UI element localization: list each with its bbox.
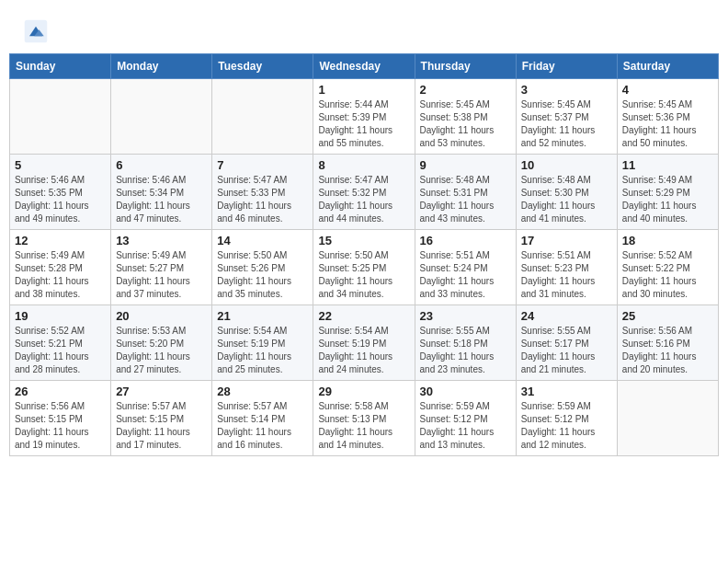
weekday-header: Friday bbox=[516, 54, 617, 79]
calendar-cell: 29Sunrise: 5:58 AM Sunset: 5:13 PM Dayli… bbox=[313, 381, 415, 456]
calendar-cell: 27Sunrise: 5:57 AM Sunset: 5:15 PM Dayli… bbox=[111, 381, 212, 456]
day-info: Sunrise: 5:49 AM Sunset: 5:27 PM Dayligh… bbox=[116, 249, 207, 301]
weekday-header: Tuesday bbox=[212, 54, 313, 79]
day-info: Sunrise: 5:57 AM Sunset: 5:14 PM Dayligh… bbox=[217, 400, 308, 452]
calendar-cell: 12Sunrise: 5:49 AM Sunset: 5:28 PM Dayli… bbox=[10, 230, 111, 305]
day-info: Sunrise: 5:55 AM Sunset: 5:17 PM Dayligh… bbox=[521, 325, 612, 376]
calendar-cell: 17Sunrise: 5:51 AM Sunset: 5:23 PM Dayli… bbox=[516, 230, 617, 305]
day-number: 17 bbox=[521, 234, 612, 247]
day-info: Sunrise: 5:48 AM Sunset: 5:30 PM Dayligh… bbox=[521, 174, 612, 225]
day-info: Sunrise: 5:57 AM Sunset: 5:15 PM Dayligh… bbox=[116, 400, 207, 452]
day-info: Sunrise: 5:54 AM Sunset: 5:19 PM Dayligh… bbox=[217, 325, 308, 376]
calendar-cell: 5Sunrise: 5:46 AM Sunset: 5:35 PM Daylig… bbox=[10, 155, 111, 230]
day-number: 23 bbox=[420, 309, 511, 323]
calendar-cell: 13Sunrise: 5:49 AM Sunset: 5:27 PM Dayli… bbox=[111, 230, 212, 305]
day-number: 5 bbox=[15, 158, 106, 172]
day-info: Sunrise: 5:50 AM Sunset: 5:25 PM Dayligh… bbox=[318, 249, 409, 301]
weekday-header: Sunday bbox=[10, 54, 111, 79]
day-info: Sunrise: 5:53 AM Sunset: 5:20 PM Dayligh… bbox=[116, 325, 207, 376]
calendar-cell: 14Sunrise: 5:50 AM Sunset: 5:26 PM Dayli… bbox=[212, 230, 313, 305]
calendar-cell: 1Sunrise: 5:44 AM Sunset: 5:39 PM Daylig… bbox=[313, 79, 415, 155]
calendar-cell: 16Sunrise: 5:51 AM Sunset: 5:24 PM Dayli… bbox=[415, 230, 516, 305]
day-info: Sunrise: 5:45 AM Sunset: 5:36 PM Dayligh… bbox=[622, 98, 713, 150]
calendar-cell: 2Sunrise: 5:45 AM Sunset: 5:38 PM Daylig… bbox=[415, 79, 516, 155]
calendar-cell: 26Sunrise: 5:56 AM Sunset: 5:15 PM Dayli… bbox=[10, 381, 111, 456]
calendar-cell: 28Sunrise: 5:57 AM Sunset: 5:14 PM Dayli… bbox=[212, 381, 313, 456]
day-number: 11 bbox=[622, 158, 713, 172]
day-info: Sunrise: 5:59 AM Sunset: 5:12 PM Dayligh… bbox=[521, 400, 612, 452]
day-number: 9 bbox=[420, 158, 511, 172]
calendar-cell: 25Sunrise: 5:56 AM Sunset: 5:16 PM Dayli… bbox=[617, 305, 718, 381]
day-info: Sunrise: 5:54 AM Sunset: 5:19 PM Dayligh… bbox=[318, 325, 409, 376]
calendar-cell: 10Sunrise: 5:48 AM Sunset: 5:30 PM Dayli… bbox=[516, 155, 617, 230]
calendar-cell bbox=[10, 79, 111, 155]
day-number: 3 bbox=[521, 83, 612, 97]
calendar-cell: 3Sunrise: 5:45 AM Sunset: 5:37 PM Daylig… bbox=[516, 79, 617, 155]
day-info: Sunrise: 5:49 AM Sunset: 5:29 PM Dayligh… bbox=[622, 174, 713, 225]
calendar-cell: 24Sunrise: 5:55 AM Sunset: 5:17 PM Dayli… bbox=[516, 305, 617, 381]
day-info: Sunrise: 5:59 AM Sunset: 5:12 PM Dayligh… bbox=[420, 400, 511, 452]
day-number: 29 bbox=[318, 385, 409, 398]
day-number: 16 bbox=[420, 234, 511, 247]
calendar-cell: 6Sunrise: 5:46 AM Sunset: 5:34 PM Daylig… bbox=[111, 155, 212, 230]
day-info: Sunrise: 5:50 AM Sunset: 5:26 PM Dayligh… bbox=[217, 249, 308, 301]
day-number: 18 bbox=[622, 234, 713, 247]
day-number: 26 bbox=[15, 385, 106, 398]
day-number: 2 bbox=[420, 83, 511, 97]
day-number: 24 bbox=[521, 309, 612, 323]
day-info: Sunrise: 5:46 AM Sunset: 5:34 PM Dayligh… bbox=[116, 174, 207, 225]
day-number: 22 bbox=[318, 309, 409, 323]
calendar-table: SundayMondayTuesdayWednesdayThursdayFrid… bbox=[9, 53, 719, 456]
calendar-cell: 20Sunrise: 5:53 AM Sunset: 5:20 PM Dayli… bbox=[111, 305, 212, 381]
calendar-cell: 21Sunrise: 5:54 AM Sunset: 5:19 PM Dayli… bbox=[212, 305, 313, 381]
day-number: 28 bbox=[217, 385, 308, 398]
calendar-cell: 30Sunrise: 5:59 AM Sunset: 5:12 PM Dayli… bbox=[415, 381, 516, 456]
day-number: 27 bbox=[116, 385, 207, 398]
day-number: 14 bbox=[217, 234, 308, 247]
day-number: 31 bbox=[521, 385, 612, 398]
day-number: 4 bbox=[622, 83, 713, 97]
calendar-cell: 4Sunrise: 5:45 AM Sunset: 5:36 PM Daylig… bbox=[617, 79, 718, 155]
calendar-cell: 8Sunrise: 5:47 AM Sunset: 5:32 PM Daylig… bbox=[313, 155, 415, 230]
calendar-cell: 7Sunrise: 5:47 AM Sunset: 5:33 PM Daylig… bbox=[212, 155, 313, 230]
calendar-cell: 15Sunrise: 5:50 AM Sunset: 5:25 PM Dayli… bbox=[313, 230, 415, 305]
day-info: Sunrise: 5:52 AM Sunset: 5:21 PM Dayligh… bbox=[15, 325, 106, 376]
day-info: Sunrise: 5:45 AM Sunset: 5:37 PM Dayligh… bbox=[521, 98, 612, 150]
calendar-cell bbox=[617, 381, 718, 456]
day-number: 30 bbox=[420, 385, 511, 398]
day-number: 19 bbox=[15, 309, 106, 323]
day-number: 12 bbox=[15, 234, 106, 247]
calendar-cell: 22Sunrise: 5:54 AM Sunset: 5:19 PM Dayli… bbox=[313, 305, 415, 381]
calendar-cell: 11Sunrise: 5:49 AM Sunset: 5:29 PM Dayli… bbox=[617, 155, 718, 230]
day-number: 1 bbox=[318, 83, 409, 97]
calendar-cell: 9Sunrise: 5:48 AM Sunset: 5:31 PM Daylig… bbox=[415, 155, 516, 230]
day-info: Sunrise: 5:56 AM Sunset: 5:15 PM Dayligh… bbox=[15, 400, 106, 452]
day-number: 6 bbox=[116, 158, 207, 172]
calendar-cell: 23Sunrise: 5:55 AM Sunset: 5:18 PM Dayli… bbox=[415, 305, 516, 381]
day-info: Sunrise: 5:56 AM Sunset: 5:16 PM Dayligh… bbox=[622, 325, 713, 376]
day-number: 10 bbox=[521, 158, 612, 172]
day-number: 21 bbox=[217, 309, 308, 323]
weekday-header: Monday bbox=[111, 54, 212, 79]
day-info: Sunrise: 5:49 AM Sunset: 5:28 PM Dayligh… bbox=[15, 249, 106, 301]
day-number: 13 bbox=[116, 234, 207, 247]
day-number: 20 bbox=[116, 309, 207, 323]
weekday-header: Saturday bbox=[617, 54, 718, 79]
logo-icon bbox=[23, 18, 49, 44]
day-info: Sunrise: 5:51 AM Sunset: 5:23 PM Dayligh… bbox=[521, 249, 612, 301]
day-info: Sunrise: 5:47 AM Sunset: 5:32 PM Dayligh… bbox=[318, 174, 409, 225]
calendar-cell: 19Sunrise: 5:52 AM Sunset: 5:21 PM Dayli… bbox=[10, 305, 111, 381]
logo bbox=[23, 18, 52, 44]
day-info: Sunrise: 5:45 AM Sunset: 5:38 PM Dayligh… bbox=[420, 98, 511, 150]
day-number: 25 bbox=[622, 309, 713, 323]
calendar-cell bbox=[111, 79, 212, 155]
weekday-header: Wednesday bbox=[313, 54, 415, 79]
day-info: Sunrise: 5:51 AM Sunset: 5:24 PM Dayligh… bbox=[420, 249, 511, 301]
day-info: Sunrise: 5:58 AM Sunset: 5:13 PM Dayligh… bbox=[318, 400, 409, 452]
day-info: Sunrise: 5:47 AM Sunset: 5:33 PM Dayligh… bbox=[217, 174, 308, 225]
day-info: Sunrise: 5:46 AM Sunset: 5:35 PM Dayligh… bbox=[15, 174, 106, 225]
calendar-cell: 18Sunrise: 5:52 AM Sunset: 5:22 PM Dayli… bbox=[617, 230, 718, 305]
day-info: Sunrise: 5:52 AM Sunset: 5:22 PM Dayligh… bbox=[622, 249, 713, 301]
day-number: 8 bbox=[318, 158, 409, 172]
calendar-cell bbox=[212, 79, 313, 155]
